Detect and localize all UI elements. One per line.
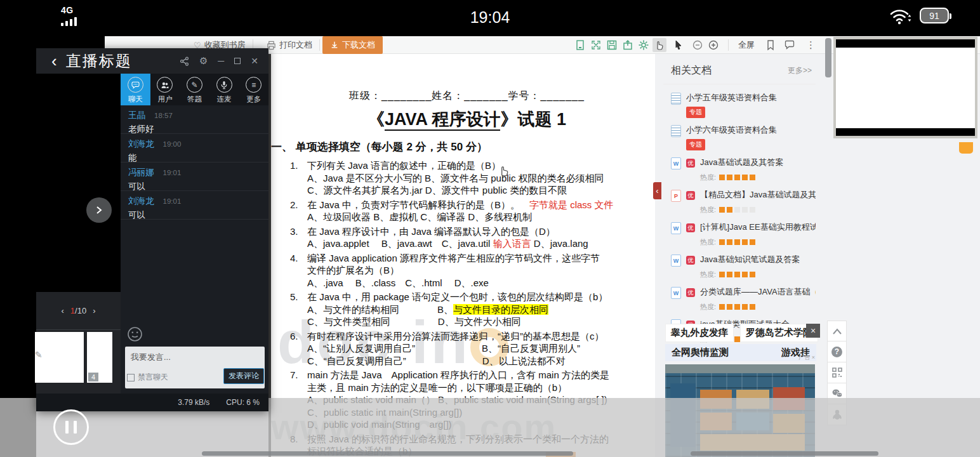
chat-panel: 聊天 用户 ✎ 答题 连麦 ≡ 更多 — [121, 74, 268, 394]
page-scrollbar-thumb[interactable] — [825, 38, 831, 77]
related-doc-title[interactable]: Java基础知识笔试题及答案 — [700, 254, 800, 265]
chat-bubble-icon — [128, 77, 143, 93]
related-doc-item[interactable]: P优 【精品文档】Java基础试题及其答案... 热度: — [671, 189, 816, 215]
prev-page-arrow[interactable]: ‹ — [62, 306, 64, 315]
stream-video-area — [36, 74, 121, 292]
download-button[interactable]: 下载文档 — [322, 36, 383, 54]
related-doc-title[interactable]: 小学五年级英语资料合集 — [686, 92, 777, 103]
zoom-out-icon[interactable] — [692, 39, 703, 51]
maximize-button[interactable] — [234, 58, 241, 64]
close-button[interactable]: ✕ — [251, 56, 258, 66]
side-pull-tab[interactable] — [959, 142, 973, 154]
minimize-button[interactable]: ─ — [218, 56, 224, 66]
chat-tabs: 聊天 用户 ✎ 答题 连麦 ≡ 更多 — [121, 74, 268, 105]
chat-user-name: 刘海龙 — [128, 195, 154, 207]
battery-indicator: 91 — [920, 8, 949, 23]
expand-play-button[interactable] — [86, 197, 112, 223]
stream-title: 直播标题 — [66, 51, 132, 71]
print-button[interactable]: 打印文档 — [267, 36, 312, 54]
related-doc-item[interactable]: 小学五年级英语资料合集 专题 — [671, 92, 816, 118]
page-view-icon[interactable] — [574, 39, 586, 51]
question-line: C、与文件类型相同 D、与文件大小相同 — [307, 315, 644, 328]
word-file-icon: W — [671, 222, 681, 234]
slide-thumbnail[interactable]: 4 — [87, 332, 112, 383]
pause-button[interactable] — [53, 409, 89, 445]
related-doc-title[interactable]: 小学六年级英语资料合集 — [686, 124, 777, 136]
back-button[interactable]: ‹ — [51, 51, 57, 71]
exam-content: 班级：________姓名：_______学号：_______ 《JAVA 程序… — [271, 54, 655, 457]
slide-pagination: ‹ 1/10 › — [36, 292, 121, 330]
ad-link[interactable]: 睾丸外皮发痒 — [665, 324, 734, 342]
heat-meter — [719, 204, 757, 215]
related-doc-title[interactable]: 分类试题库——JAVA语言基础（含答... — [700, 286, 816, 298]
related-doc-title[interactable]: Java基础试题及其答案 — [700, 157, 783, 168]
slide-number-badge: 4 — [88, 373, 98, 381]
chevron-up-icon — [832, 328, 842, 335]
comment-icon[interactable] — [784, 39, 795, 51]
tab-answer[interactable]: ✎ 答题 — [180, 74, 209, 105]
share-export-icon[interactable] — [622, 39, 633, 51]
question-icon: ? — [831, 347, 842, 357]
question-line: main 方法是 Java Application 程序执行的入口，含有 mai… — [307, 369, 644, 381]
progress-bar-segment[interactable] — [202, 451, 573, 456]
question-line: 在 Java 中，用 package 语句定义一个包时，该包的层次结构即是（b） — [307, 291, 644, 303]
smiley-icon — [127, 326, 143, 342]
question: 4.编译 Java application 源程序文件将产生相应的字节码文件，这… — [290, 252, 644, 289]
ad-tag-label[interactable]: 广告 × — [798, 354, 815, 362]
chat-time: 18:57 — [154, 112, 173, 119]
cpu-usage: CPU: 6 % — [226, 398, 260, 407]
tab-label: 聊天 — [128, 95, 143, 104]
related-doc-title[interactable]: [计算机]Java EE基础实用教程试题答案 — [700, 222, 816, 233]
related-doc-title[interactable]: 【精品文档】Java基础试题及其答案... — [700, 189, 816, 201]
sidebar-collapse-arrow[interactable]: ‹ — [653, 182, 661, 199]
chevron-right-icon — [95, 206, 103, 215]
progress-bar-segment[interactable] — [691, 451, 878, 456]
related-doc-item[interactable]: W优 Java基础知识笔试题及答案 热度: — [671, 254, 816, 280]
qr-code-button[interactable] — [827, 362, 847, 383]
share-icon[interactable] — [180, 56, 189, 66]
help-button[interactable]: ? — [827, 341, 847, 362]
tab-more[interactable]: ≡ 更多 — [239, 74, 268, 105]
back-to-top-button[interactable] — [827, 321, 847, 341]
hand-tool-button[interactable] — [652, 38, 666, 52]
tab-mic-connect[interactable]: 连麦 — [209, 74, 239, 105]
hand-cursor — [497, 164, 511, 180]
fullscreen-button[interactable]: 全屏 — [738, 36, 755, 54]
slide-thumbnail[interactable]: ✎ — [35, 332, 84, 383]
ad-close-button[interactable]: × — [806, 324, 820, 338]
emoji-button[interactable] — [127, 326, 143, 345]
question: 2.在 Java 中，负责对字节代码解释执行的是（B）。 字节就是 class … — [290, 199, 644, 223]
settings-icon[interactable] — [638, 39, 649, 51]
tab-label: 连麦 — [217, 95, 232, 104]
question-line: 编译 Java application 源程序文件将产生相应的字节码文件，这些字… — [307, 252, 644, 265]
zoom-in-icon[interactable] — [708, 39, 719, 51]
pencil-icon: ✎ — [187, 77, 202, 93]
more-menu-icon[interactable]: ⋮ — [806, 36, 816, 54]
section-heading: 一、 单项选择填空（每小题 2 分，共 50 分） — [271, 140, 644, 154]
question-line: C、源文件名其扩展名为.jar D、源文件中 public 类的数目不限 — [307, 184, 644, 197]
select-cursor-icon[interactable] — [673, 39, 684, 51]
related-doc-item[interactable]: 小学六年级英语资料合集 专题 — [671, 124, 816, 150]
related-doc-item[interactable]: W优 Java基础试题及其答案 热度: — [671, 157, 816, 183]
topic-badge: 专题 — [686, 139, 705, 150]
stream-settings-icon[interactable]: ⚙ — [199, 55, 208, 67]
bookmark-icon[interactable] — [765, 39, 776, 51]
topic-badge: 专题 — [686, 107, 705, 118]
camera-preview-window[interactable] — [833, 37, 977, 138]
more-link[interactable]: 更多>> — [788, 65, 812, 76]
related-doc-item[interactable]: W优 分类试题库——JAVA语言基础（含答... 热度: — [671, 286, 816, 312]
question-number: 1. — [290, 159, 307, 197]
question-number: 6. — [290, 330, 307, 368]
save-icon[interactable] — [606, 39, 618, 51]
tab-chat[interactable]: 聊天 — [121, 74, 150, 105]
mute-chat-checkbox[interactable]: 禁言聊天 — [127, 372, 168, 383]
ad-link[interactable]: 全网舆情监测 — [672, 347, 729, 359]
fit-screen-icon[interactable] — [590, 39, 602, 51]
more-list-icon: ≡ — [246, 77, 262, 93]
related-doc-item[interactable]: W优 [计算机]Java EE基础实用教程试题答案 热度: — [671, 222, 816, 248]
next-page-arrow[interactable]: › — [93, 306, 95, 315]
tab-users[interactable]: 用户 — [150, 74, 180, 105]
question-line: 有时在程序设计中采用分治算法而选择递归，“递归”的基本思想是（c） — [307, 330, 644, 343]
post-comment-button[interactable]: 发表评论 — [223, 368, 264, 384]
exam-title: 《JAVA 程序设计》试题 1 — [290, 108, 644, 131]
